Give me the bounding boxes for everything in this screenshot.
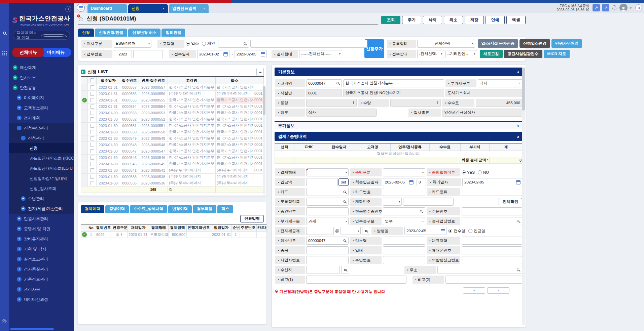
text-input[interactable]: 0001 — [306, 89, 342, 97]
select[interactable]: ------전체선택-----▾ — [299, 50, 342, 58]
form-button[interactable]: 공급시설일괄접수 — [504, 50, 542, 58]
form-button[interactable]: 새로고침 — [480, 50, 503, 58]
history-tab[interactable]: 변경이력 — [168, 205, 192, 213]
text-input[interactable] — [306, 256, 349, 264]
section-extra-info[interactable]: 부가정보 ∨ — [275, 121, 523, 129]
radio-selected[interactable] — [462, 170, 466, 174]
sidebar-item[interactable]: −신청관리 — [9, 133, 74, 143]
search-input[interactable] — [306, 198, 349, 206]
text-input[interactable]: 455,000 — [476, 99, 522, 107]
plus-icon[interactable]: + — [17, 106, 22, 110]
hamburger-icon[interactable] — [77, 4, 85, 12]
text-input[interactable]: 안전관리규정심사 — [442, 109, 522, 117]
row-checkbox-cell[interactable] — [88, 110, 97, 116]
sidebar-collapse-icon[interactable]: ‹ — [65, 6, 71, 12]
text-input[interactable]: 2023 — [114, 50, 132, 58]
chevron-down-icon[interactable]: ∨ — [630, 6, 632, 9]
sidebar-item[interactable]: +민원사무관리 — [9, 214, 74, 224]
text-input[interactable] — [445, 276, 522, 284]
collapse-up-button[interactable]: ∧ — [463, 287, 485, 294]
search-button[interactable] — [362, 227, 370, 235]
tab-all-menu[interactable]: 전체메뉴 — [12, 48, 44, 57]
minus-icon[interactable]: − — [21, 136, 26, 140]
date-input[interactable]: 2023-02-05 — [383, 178, 415, 186]
text-input[interactable] — [306, 178, 338, 186]
checkbox-icon[interactable] — [90, 175, 94, 179]
plus-icon[interactable]: + — [17, 226, 22, 231]
checkbox-icon[interactable] — [90, 78, 94, 82]
search-input[interactable]: 00000047 — [306, 79, 342, 87]
select[interactable]: -전체선택-▾ — [417, 50, 444, 58]
checkbox-icon[interactable] — [90, 156, 94, 160]
text-input[interactable]: 도시가스회사 — [445, 89, 522, 97]
subtab[interactable]: 신청변경/환불 — [95, 29, 127, 37]
checkbox-icon[interactable] — [90, 124, 94, 128]
plus-icon[interactable]: + — [17, 267, 22, 272]
minus-icon[interactable]: − — [13, 85, 17, 90]
select[interactable]: ESG경영처▾ — [114, 40, 151, 48]
plus-icon[interactable]: + — [17, 216, 22, 221]
text-input[interactable] — [462, 237, 522, 245]
plus-icon[interactable]: + — [21, 196, 26, 201]
row-checkbox-cell[interactable] — [88, 116, 97, 122]
radio-unselected[interactable] — [202, 42, 206, 46]
favorite-star-icon[interactable]: ☆+ — [78, 15, 84, 22]
plus-icon[interactable]: + — [17, 237, 22, 241]
sidebar-item[interactable]: +실적보고관리 — [9, 254, 74, 264]
plus-icon[interactable]: + — [21, 206, 26, 211]
list-row[interactable]: 2023-01-3100005572023-0000557한국가스공사 인천기지… — [81, 84, 264, 90]
sidebar-item[interactable]: 카드입금내역조회(LG U +) — [9, 163, 74, 173]
select[interactable]: ------------전체선택-----------▾ — [417, 40, 475, 48]
tab-dashboard[interactable]: Dashboard — [87, 4, 127, 13]
sidebar-item[interactable]: −안전공통 — [9, 83, 74, 93]
row-checkbox-cell[interactable] — [88, 97, 97, 103]
text-input[interactable] — [462, 188, 522, 196]
row-checkbox-cell[interactable] — [88, 135, 97, 141]
checkbox-icon[interactable] — [90, 168, 94, 172]
row-checkbox-cell[interactable] — [88, 148, 97, 154]
list-row[interactable]: 2023-01-3000005482023-0000548한국가스공사 인천기지… — [81, 141, 264, 148]
sidebar-scrollbar[interactable] — [10, 328, 54, 330]
sidebar-item[interactable]: +예산회계 — [9, 63, 74, 73]
detail-scrollbar[interactable] — [522, 67, 525, 325]
text-input[interactable] — [306, 246, 349, 254]
select[interactable]: 과세▾ — [478, 79, 522, 87]
sidebar-item[interactable]: +전자(세금)계산관리 — [9, 204, 74, 214]
text-input[interactable]: 심사 — [306, 109, 377, 117]
checkbox-icon[interactable] — [90, 181, 94, 185]
action-button[interactable]: 추가 — [402, 16, 421, 24]
sidebar-item[interactable]: +데이터신뢰성 — [9, 294, 74, 304]
search-input[interactable]: 00000047 — [306, 237, 349, 245]
list-row[interactable]: 2023-01-3000005502023-0000550한국가스공사 인천기지… — [81, 129, 264, 135]
tab-page[interactable]: 신청× — [128, 4, 168, 13]
row-checkbox-cell[interactable] — [88, 122, 97, 129]
date-input[interactable]: 2023-01-02 — [197, 50, 229, 58]
checkbox-icon[interactable] — [90, 130, 94, 134]
select[interactable]: 영수▾ — [383, 217, 425, 225]
sidebar-item[interactable]: 신청 — [9, 143, 74, 153]
list-row[interactable]: 2023-01-3000005362023-0000536(주)귀뚜라미에너지(… — [81, 180, 264, 186]
notification-bell-icon[interactable] — [611, 5, 617, 11]
text-input[interactable] — [403, 198, 454, 206]
radio-unselected[interactable] — [478, 170, 482, 174]
sidebar-item[interactable]: +검사품질관리 — [9, 264, 74, 274]
select[interactable]: ▾ — [306, 168, 349, 176]
plus-icon[interactable]: + — [17, 257, 22, 261]
list-row[interactable]: 2023-01-3000005522023-0000552한국가스공사 인천기지… — [81, 116, 264, 122]
history-tab[interactable]: 결제이력 — [81, 205, 104, 213]
date-input[interactable]: 2023-02-05 — [235, 50, 267, 58]
row-checkbox-cell[interactable] — [88, 141, 97, 148]
select[interactable]: ▾ — [383, 198, 402, 206]
row-checkbox-cell[interactable] — [88, 161, 97, 167]
text-input[interactable] — [306, 266, 340, 274]
text-input[interactable] — [306, 276, 406, 284]
minus-icon[interactable]: − — [17, 126, 22, 130]
search-input[interactable] — [218, 40, 249, 48]
set-button[interactable]: set — [338, 178, 349, 186]
radio-unselected[interactable] — [468, 229, 472, 233]
text-input[interactable] — [462, 246, 522, 254]
list-row[interactable]: 2023-01-3000005382023-0000538(주)귀뚜라미에너지(… — [81, 173, 264, 180]
select[interactable]: ▾ — [383, 168, 425, 176]
row-checkbox-cell[interactable] — [88, 90, 97, 97]
sidebar-item[interactable]: 카드입금내역조회 (KICC) — [9, 153, 74, 163]
